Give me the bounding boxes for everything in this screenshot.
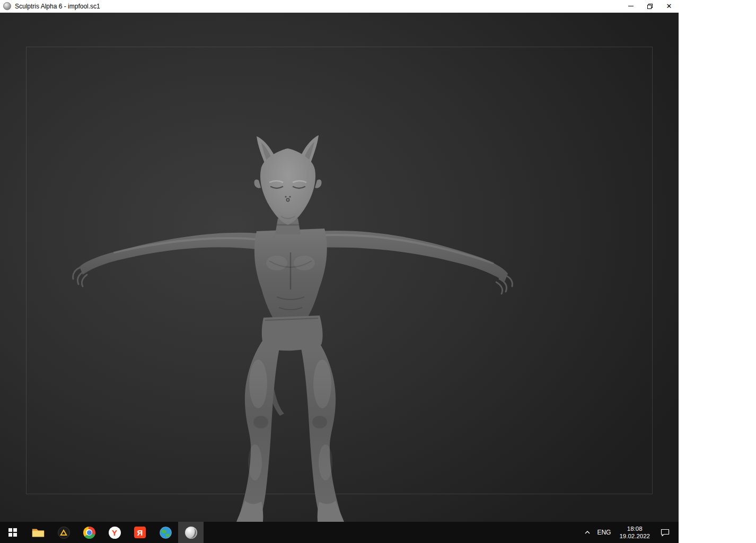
- tray-show-hidden-icons[interactable]: [581, 522, 594, 543]
- restore-icon: [647, 3, 653, 10]
- comment-bubble-icon: [661, 528, 670, 537]
- system-tray: ENG 18:08 19.02.2022: [581, 522, 679, 543]
- taskbar-item-yandex-browser[interactable]: Y: [102, 522, 127, 543]
- sculptris-app-window: Sculptris Alpha 6 - impfool.sc1 ✕: [0, 0, 679, 543]
- sculptris-sphere-icon: [3, 2, 11, 10]
- sculpt-viewport[interactable]: [0, 13, 679, 522]
- windows-logo-icon: [8, 528, 17, 537]
- restore-button[interactable]: [640, 0, 660, 13]
- tray-notification-button[interactable]: [655, 522, 674, 543]
- titlebar: Sculptris Alpha 6 - impfool.sc1 ✕: [0, 0, 679, 13]
- tray-clock[interactable]: 18:08 19.02.2022: [614, 525, 655, 540]
- sculptris-sphere-icon: [185, 527, 197, 539]
- taskbar-item-chrome[interactable]: [76, 522, 102, 543]
- tray-time: 18:08: [619, 525, 650, 532]
- globe-icon: [160, 527, 172, 539]
- folder-icon: [31, 526, 45, 539]
- dark-circle-yellow-triangle-icon: [58, 527, 70, 539]
- tray-date: 19.02.2022: [619, 532, 650, 540]
- taskbar-item-file-explorer[interactable]: [25, 522, 51, 543]
- yandex-ya-icon: Я: [134, 527, 146, 538]
- minimize-button[interactable]: [621, 0, 640, 13]
- taskbar-item-yandex-app[interactable]: Я: [127, 522, 153, 543]
- taskbar-item-globe-app[interactable]: [153, 522, 178, 543]
- close-button[interactable]: ✕: [660, 0, 679, 13]
- tray-language-indicator[interactable]: ENG: [594, 522, 614, 543]
- window-controls: ✕: [621, 0, 679, 13]
- minimize-icon: [628, 6, 634, 6]
- window-title: Sculptris Alpha 6 - impfool.sc1: [15, 3, 100, 10]
- taskbar-item-sculptris[interactable]: [178, 522, 204, 543]
- chevron-up-icon: [584, 529, 591, 536]
- taskbar: Y Я ENG 18:08 19: [0, 522, 679, 543]
- start-button[interactable]: [0, 522, 25, 543]
- taskbar-item-dark-app[interactable]: [51, 522, 76, 543]
- close-icon: ✕: [666, 3, 672, 10]
- chrome-icon: [83, 527, 95, 539]
- imp-model-tpose: [0, 13, 679, 522]
- yandex-y-icon: Y: [109, 527, 121, 539]
